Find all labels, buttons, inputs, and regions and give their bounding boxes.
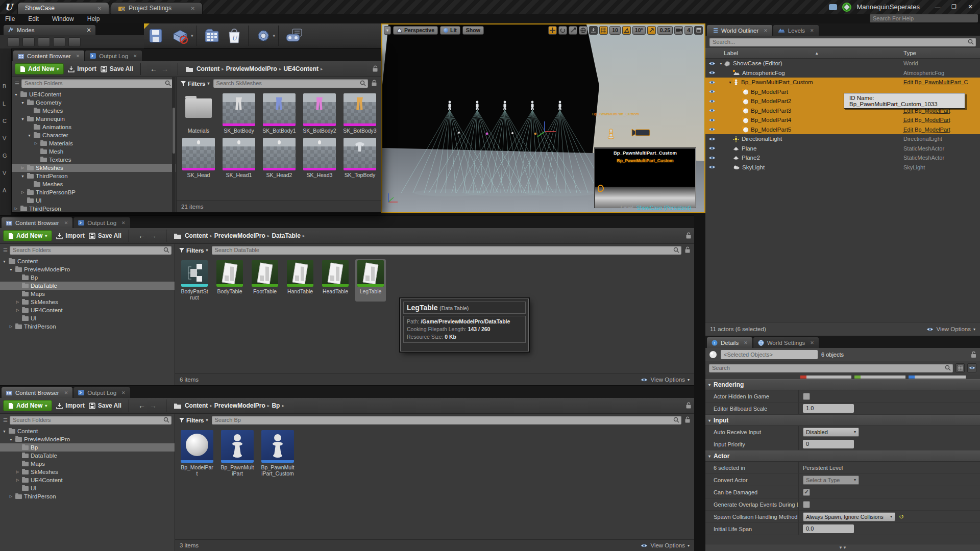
sources-toggle-icon[interactable]: ☰	[3, 417, 7, 423]
visibility-toggle[interactable]	[705, 61, 719, 66]
tree-item[interactable]: ▼Content	[0, 257, 175, 265]
outliner-row[interactable]: ▼ShowCase (Editor)World	[705, 59, 980, 68]
breadcrumb-item[interactable]: Content	[185, 232, 208, 239]
import-button[interactable]: Import	[56, 402, 84, 409]
window-tab-project-settings[interactable]: Project Settings ✕	[111, 2, 203, 14]
eye-icon[interactable]	[708, 165, 716, 169]
translate-tool-icon[interactable]	[548, 26, 557, 35]
settings-icon[interactable]	[255, 28, 272, 44]
add-new-button[interactable]: Add New▾	[3, 230, 52, 241]
forward-arrow[interactable]: →	[150, 232, 157, 240]
view-options-button[interactable]: View Options▾	[641, 542, 690, 548]
close-icon[interactable]: ✕	[64, 220, 68, 226]
display-filter-eye-icon[interactable]	[967, 363, 976, 372]
visibility-toggle[interactable]	[705, 70, 719, 75]
reset-to-default-icon[interactable]: ↺	[899, 513, 904, 520]
search-assets-input[interactable]: Search DataTable	[212, 246, 681, 255]
chevron-down-icon[interactable]: ▾	[273, 33, 276, 38]
tree-item[interactable]: Bp	[0, 443, 175, 452]
world-space-icon[interactable]	[579, 26, 587, 35]
tree-item[interactable]: ▼UE4Content	[12, 90, 176, 98]
outliner-row[interactable]: DirectionalLightDirectionalLight	[705, 134, 980, 144]
expander-icon[interactable]: ▼	[20, 101, 25, 105]
add-new-button[interactable]: Add New▾	[15, 63, 64, 74]
place-category-letter[interactable]: G	[0, 153, 11, 159]
tab-output-log[interactable]: Output Log✕	[85, 50, 142, 61]
close-icon[interactable]: ✕	[97, 6, 102, 11]
search-folders-input[interactable]: Search Folders	[10, 416, 172, 424]
save-all-button[interactable]: Save All	[101, 65, 133, 72]
lock-icon[interactable]	[685, 416, 690, 423]
tree-item[interactable]: Maps	[0, 460, 175, 468]
tree-item[interactable]: Mesh	[12, 147, 176, 156]
filters-button[interactable]: Filters▾	[179, 247, 208, 254]
lock-icon[interactable]	[373, 65, 378, 72]
eye-icon[interactable]	[708, 61, 716, 66]
tree-item[interactable]: Bp	[0, 273, 175, 282]
tab-output-log[interactable]: Output Log✕	[73, 217, 130, 228]
section-header[interactable]: ▾Input	[705, 415, 980, 426]
place-category-letter[interactable]: A	[0, 187, 11, 193]
expander-icon[interactable]: ▼	[20, 117, 25, 121]
source-control-icon[interactable]	[171, 28, 189, 44]
asset-tile[interactable]: HeadTable	[320, 259, 351, 302]
tab-world-settings[interactable]: World Settings✕	[753, 337, 819, 348]
geometry-mode-icon[interactable]	[68, 37, 81, 47]
perspective-button[interactable]: Perspective	[393, 26, 438, 35]
close-icon[interactable]: ✕	[76, 54, 80, 59]
selected-objects-dropdown[interactable]: <Selected Objects>	[721, 350, 818, 359]
sort-arrow-icon[interactable]: ▲	[815, 51, 819, 56]
edit-blueprint-link[interactable]: Edit Bp_ModelPart	[903, 127, 980, 133]
sources-toggle-icon[interactable]: ☰	[15, 81, 19, 86]
close-icon[interactable]: ✕	[133, 54, 137, 59]
place-category-letter[interactable]: V	[0, 170, 11, 176]
tab-details[interactable]: i Details✕	[706, 337, 753, 348]
camera-speed-value[interactable]: 4	[684, 26, 693, 35]
foliage-mode-icon[interactable]	[53, 37, 65, 47]
tab-levels[interactable]: Levels✕	[773, 24, 819, 36]
scrollbar-thumb[interactable]	[173, 108, 175, 154]
filter-lock-icon[interactable]	[685, 246, 690, 254]
asset-tile[interactable]: LegTable	[355, 259, 386, 302]
outliner-row[interactable]: Bp_ModelPart5Edit Bp_ModelPart	[705, 125, 980, 135]
checkbox[interactable]	[803, 393, 810, 400]
tree-item[interactable]: ▷SkMeshes	[12, 164, 176, 172]
edit-blueprint-link[interactable]: Edit Bp_ModelPart	[903, 117, 980, 123]
forward-arrow[interactable]: →	[161, 65, 168, 73]
outliner-row[interactable]: Plane2StaticMeshActor	[705, 153, 980, 163]
tree-item[interactable]: ▷UE4Content	[0, 476, 175, 484]
eye-icon[interactable]	[708, 118, 716, 122]
expander-icon[interactable]: ▼	[728, 81, 732, 84]
restore-button[interactable]: ❐	[948, 3, 960, 11]
tab-modes[interactable]: Modes ✕	[3, 24, 96, 35]
expander-icon[interactable]: ▷	[14, 207, 18, 211]
view-options-button[interactable]: View Options▾	[641, 377, 690, 383]
visibility-toggle[interactable]	[705, 99, 719, 104]
grid-snap-icon[interactable]	[599, 26, 608, 35]
eye-icon[interactable]	[708, 137, 716, 141]
tree-item[interactable]: ▷ThirdPerson	[0, 322, 175, 331]
rotate-tool-icon[interactable]	[558, 26, 567, 35]
surface-snap-icon[interactable]	[589, 26, 598, 35]
camera-speed-icon[interactable]	[674, 26, 683, 35]
breadcrumb-item[interactable]: PreviewModelPro	[214, 232, 265, 239]
show-flags-button[interactable]: Show	[462, 26, 484, 35]
visibility-toggle[interactable]	[705, 146, 719, 151]
tree-item[interactable]: ▷SkMeshes	[0, 298, 175, 306]
save-all-button[interactable]: Save All	[89, 402, 121, 409]
close-icon[interactable]: ✕	[764, 28, 768, 33]
tree-item[interactable]: Meshes	[12, 180, 176, 188]
scale-tool-icon[interactable]	[569, 26, 577, 35]
close-icon[interactable]: ✕	[121, 390, 126, 395]
breadcrumb-item[interactable]: PreviewModelPro	[226, 65, 277, 72]
column-type[interactable]: Type	[903, 50, 980, 56]
place-mode-icon[interactable]	[7, 37, 19, 47]
expander-icon[interactable]: ▼	[2, 260, 7, 263]
breadcrumb-item[interactable]: Content	[197, 65, 219, 72]
expander-icon[interactable]: ▷	[15, 308, 20, 312]
edit-blueprint-link[interactable]: Edit Bp_PawnMultiPart_C	[903, 79, 980, 85]
tab-world-outliner[interactable]: World Outliner✕	[706, 24, 773, 36]
eye-icon[interactable]	[708, 70, 716, 75]
tree-item[interactable]: ▼Content	[0, 427, 175, 435]
search-assets-input[interactable]: Search SkMeshes	[213, 79, 368, 88]
